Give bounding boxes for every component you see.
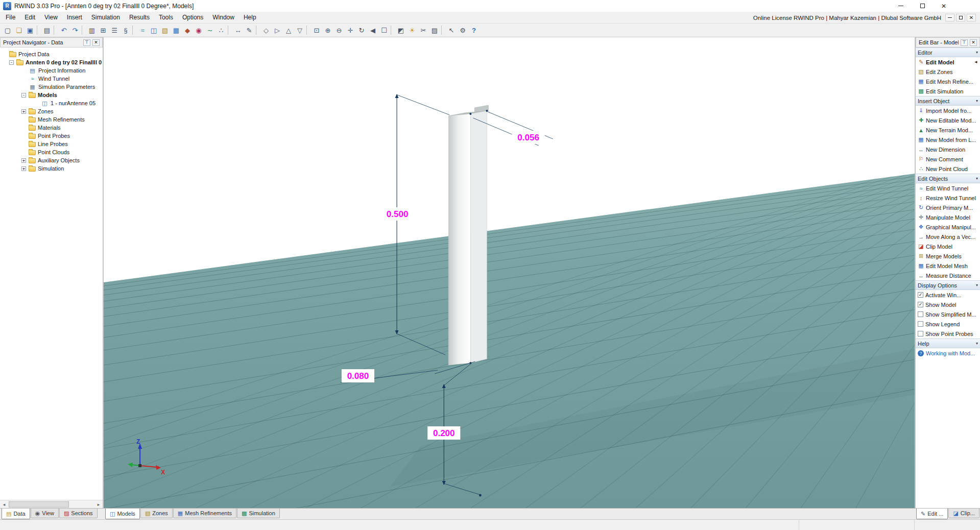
close-panel-button[interactable]: ✕ bbox=[92, 39, 100, 46]
undo-button[interactable]: ↶ bbox=[58, 25, 69, 36]
antenna-model[interactable] bbox=[448, 105, 488, 365]
menu-item[interactable]: Results bbox=[125, 12, 154, 22]
selection-button[interactable]: ↖ bbox=[446, 25, 457, 36]
help-button[interactable]: ? bbox=[468, 25, 480, 36]
editbar-item[interactable]: ⇓ Import Model fro... bbox=[916, 106, 980, 115]
menu-item[interactable]: Options bbox=[178, 12, 208, 22]
expander-icon[interactable]: - bbox=[21, 93, 26, 98]
save-button[interactable]: ▣ bbox=[25, 25, 36, 36]
isometric-view-button[interactable]: ◇ bbox=[260, 25, 272, 36]
editbar-item[interactable]: ❖ Graphical Manipul... bbox=[916, 222, 980, 232]
checkbox[interactable] bbox=[918, 292, 923, 298]
editbar-item[interactable]: ◪ Clip Model bbox=[916, 242, 980, 251]
close-button[interactable]: ✕ bbox=[933, 0, 954, 12]
materials-button[interactable]: ◆ bbox=[182, 25, 193, 36]
tab-simulation[interactable]: ▩ Simulation bbox=[237, 509, 280, 518]
tree-item[interactable]: Point Clouds bbox=[0, 148, 103, 156]
menu-item[interactable]: File bbox=[1, 12, 20, 22]
expander-icon[interactable]: + bbox=[21, 109, 26, 114]
viewport-canvas[interactable]: 0.056 0.500 0.080 0.200 Z X bbox=[104, 37, 915, 508]
editbar-item[interactable]: ▲ New Terrain Mod... bbox=[916, 125, 980, 135]
editbar-item[interactable]: ↔ Measure Distance bbox=[916, 271, 980, 280]
help-item[interactable]: ? Working with Mod... bbox=[916, 348, 980, 358]
scroll-right-icon[interactable]: ▸ bbox=[94, 502, 103, 507]
menu-item[interactable]: View bbox=[40, 12, 62, 22]
dimension-button[interactable]: ↔ bbox=[232, 25, 244, 36]
expander-icon[interactable]: + bbox=[21, 158, 26, 163]
pin-button[interactable]: ⊤ bbox=[83, 39, 90, 46]
previous-view-button[interactable]: ◀ bbox=[367, 25, 378, 36]
minimize-button[interactable] bbox=[890, 0, 912, 12]
checkbox[interactable] bbox=[918, 331, 923, 336]
tree-item[interactable]: ≈ Wind Tunnel bbox=[0, 75, 103, 83]
tree-item[interactable]: Materials bbox=[0, 124, 103, 132]
line-probe-button[interactable]: ∼ bbox=[204, 25, 216, 36]
tree-item[interactable]: Point Probes bbox=[0, 132, 103, 140]
checkbox[interactable] bbox=[918, 311, 923, 317]
close-panel-button[interactable]: ✕ bbox=[970, 39, 977, 46]
tree-item[interactable]: + Auxiliary Objects bbox=[0, 156, 103, 164]
editbar-item[interactable]: ▦ Edit Model Mesh bbox=[916, 261, 980, 271]
tree-item[interactable]: ▦ Simulation Parameters bbox=[0, 83, 103, 91]
display-option-item[interactable]: Show Point Probes bbox=[916, 329, 980, 339]
settings-button[interactable]: ⚙ bbox=[457, 25, 468, 36]
viewport[interactable]: 0.056 0.500 0.080 0.200 Z X bbox=[103, 37, 915, 508]
editbar-item[interactable]: ▧ Edit Zones ◄ bbox=[916, 67, 980, 77]
scroll-left-icon[interactable]: ◂ bbox=[0, 502, 8, 507]
display-option-item[interactable]: Show Legend bbox=[916, 319, 980, 329]
editbar-item[interactable]: ⚐ New Comment bbox=[916, 154, 980, 164]
editbar-item[interactable]: ▩ Edit Simulation ◄ bbox=[916, 86, 980, 96]
close-document-button[interactable]: ✕ bbox=[967, 14, 976, 21]
wind-tunnel-button[interactable]: ≈ bbox=[137, 25, 148, 36]
editbar-item[interactable]: ⊞ Merge Models bbox=[916, 251, 980, 261]
tree-item[interactable]: + Simulation bbox=[0, 164, 103, 173]
new-model-button[interactable]: ◫ bbox=[148, 25, 159, 36]
display-option-item[interactable]: Show Simplified M... bbox=[916, 309, 980, 319]
tree-item[interactable]: Project Data bbox=[0, 50, 103, 58]
section-header-editor[interactable]: Editor ▾ bbox=[916, 47, 980, 57]
display-properties-button[interactable]: ☰ bbox=[109, 25, 120, 36]
pan-button[interactable]: ✛ bbox=[345, 25, 356, 36]
units-settings-button[interactable]: § bbox=[120, 25, 131, 36]
section-header-insert-object[interactable]: Insert Object ▾ bbox=[916, 96, 980, 106]
tree-item[interactable]: ▤ Project Information bbox=[0, 66, 103, 75]
tab-sections[interactable]: ▨ Sections bbox=[59, 509, 98, 518]
editbar-item[interactable]: ∴ New Point Cloud bbox=[916, 164, 980, 174]
tree-item[interactable]: Line Probes bbox=[0, 140, 103, 148]
editbar-item[interactable]: ✎ Edit Model ◄ bbox=[916, 57, 980, 67]
checkbox[interactable] bbox=[918, 321, 923, 327]
tab-mesh-refinements[interactable]: ▦ Mesh Refinements bbox=[173, 509, 236, 518]
zoom-in-button[interactable]: ⊕ bbox=[322, 25, 333, 36]
tree-item[interactable]: + Zones bbox=[0, 107, 103, 115]
editbar-item[interactable]: → Move Along a Vec... bbox=[916, 232, 980, 242]
new-zone-button[interactable]: ▧ bbox=[159, 25, 171, 36]
view-x-button[interactable]: ▷ bbox=[272, 25, 283, 36]
editbar-item[interactable]: ↕ Resize Wind Tunnel bbox=[916, 193, 980, 203]
menu-item[interactable]: Tools bbox=[154, 12, 178, 22]
tree-item[interactable]: ◫ 1 - nurAntenne 05 bbox=[0, 99, 103, 107]
checkbox[interactable] bbox=[918, 302, 923, 307]
display-option-item[interactable]: Show Model bbox=[916, 300, 980, 309]
tree-item[interactable]: - Annten 0 deg try 02 Finallll 0 bbox=[0, 58, 103, 66]
pin-button[interactable]: ⊤ bbox=[961, 39, 968, 46]
editbar-item[interactable]: ▦ New Model from L... bbox=[916, 135, 980, 144]
scrollbar-thumb[interactable] bbox=[9, 501, 69, 508]
editbar-item[interactable]: ↔ New Dimension bbox=[916, 144, 980, 154]
tab-data[interactable]: ▤ Data bbox=[2, 509, 30, 519]
editbar-item[interactable]: ↻ Orient Primary M... bbox=[916, 203, 980, 212]
mesh-refinement-button[interactable]: ▦ bbox=[171, 25, 182, 36]
editbar-item[interactable]: ≈ Edit Wind Tunnel bbox=[916, 183, 980, 193]
point-cloud-button[interactable]: ∴ bbox=[216, 25, 227, 36]
editbar-item[interactable]: ✛ Manipulate Model bbox=[916, 212, 980, 222]
new-file-button[interactable]: ▢ bbox=[2, 25, 13, 36]
menu-item[interactable]: Simulation bbox=[87, 12, 125, 22]
render-mode-button[interactable]: ◩ bbox=[395, 25, 407, 36]
tab-zones[interactable]: ▧ Zones bbox=[140, 509, 173, 518]
show-all-button[interactable]: ☐ bbox=[378, 25, 390, 36]
tree-item[interactable]: Mesh Refinements bbox=[0, 115, 103, 124]
menu-item[interactable]: Help bbox=[239, 12, 261, 22]
project-navigator-button[interactable]: ▥ bbox=[86, 25, 98, 36]
tab-models[interactable]: ◫ Models bbox=[105, 509, 140, 519]
expander-icon[interactable]: + bbox=[21, 166, 26, 171]
tab-view[interactable]: ◉ View bbox=[31, 509, 59, 518]
